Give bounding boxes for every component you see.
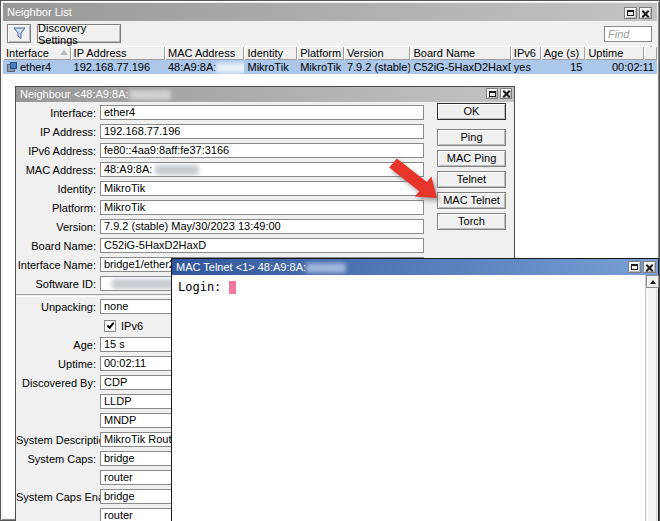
close-icon [642,10,649,17]
column-header-platform[interactable]: Platform [297,46,344,60]
filter-icon [13,27,26,40]
column-header-version[interactable]: Version [344,46,411,60]
annotation-arrow-icon [383,156,441,202]
cell-board-name: C52iG-5HaxD2HaxD [410,60,510,74]
dialog-title: Neighbour <48:A9:8A: [20,88,129,100]
redacted-title-mac [129,90,171,100]
sort-icon [60,50,68,55]
login-prompt: Login: [178,280,221,294]
mac-telnet-button[interactable]: MAC Telnet [437,192,506,209]
version-field[interactable]: 7.9.2 (stable) May/30/2023 13:49:00 [100,219,424,234]
platform-field[interactable]: MikroTik [100,200,424,215]
maximize-icon [631,264,638,270]
board-name-field[interactable]: C52iG-5HaxD2HaxD [100,238,424,253]
ok-button[interactable]: OK [437,103,506,120]
window-title: Neighbor List [7,6,72,18]
maximize-button[interactable] [624,7,637,19]
redacted-mac [155,165,199,175]
dialog-maximize-button[interactable] [486,88,498,99]
arrow-up-icon [650,280,656,284]
filter-button[interactable] [7,24,31,43]
cell-ipv6: yes [511,60,541,74]
telnet-close-button[interactable] [643,261,656,273]
cell-ip-address: 192.168.77.196 [71,60,165,74]
ip-address-field[interactable]: 192.168.77.196 [100,124,424,139]
table-header: Interface IP Address MAC Address Identit… [3,46,657,60]
vertical-scrollbar[interactable] [645,275,658,521]
cell-version: 7.9.2 (stable) ... [344,60,411,74]
mac-ping-button[interactable]: MAC Ping [437,150,506,167]
close-icon [503,90,510,97]
cell-mac-address: 48:A9:8A: [165,60,245,74]
terminal-cursor [229,281,236,294]
screen: { "colors": { "selection_blue": "#abc7ea… [0,0,660,521]
interface-field[interactable]: ether4 [100,105,424,120]
maximize-icon [489,91,496,97]
column-dropdown-button[interactable] [644,46,657,60]
neighbour-dialog-titlebar[interactable]: Neighbour <48:A9:8A: [16,87,514,102]
telnet-button[interactable]: Telnet [437,171,506,188]
scrollbar-track[interactable] [647,289,657,521]
maximize-icon [627,10,634,16]
neighbor-list-titlebar[interactable]: Neighbor List [3,3,657,21]
mac-telnet-window: MAC Telnet <1> 48:A9:8A: Login: [171,258,659,521]
ipv6-checkbox[interactable] [104,320,116,332]
checkmark-icon [107,321,115,329]
close-button[interactable] [639,7,652,19]
interface-icon [7,62,17,72]
redacted-mac [306,263,346,273]
discovery-settings-button[interactable]: Discovery Settings [37,24,121,43]
column-header-ip-address[interactable]: IP Address [71,46,165,60]
toolbar: Discovery Settings [3,21,657,46]
column-header-board-name[interactable]: Board Name [410,46,510,60]
identity-field[interactable]: MikroTik [100,181,424,196]
column-header-identity[interactable]: Identity [244,46,297,60]
mac-telnet-title: MAC Telnet <1> 48:A9:8A: [176,261,306,273]
table-row[interactable]: ether4 192.168.77.196 48:A9:8A: MikroTik… [3,60,657,74]
cell-uptime: 00:02:11 [585,60,657,74]
column-header-interface[interactable]: Interface [3,46,71,60]
cell-age: 15 [541,60,586,74]
scroll-up-button[interactable] [646,275,659,288]
telnet-maximize-button[interactable] [628,261,641,273]
terminal-output[interactable]: Login: [172,275,645,521]
column-header-uptime[interactable]: Uptime [585,46,644,60]
column-header-ipv6[interactable]: IPv6 [511,46,541,60]
ipv6-address-field[interactable]: fe80::4aa9:8aff:fe37:3166 [100,143,424,158]
torch-button[interactable]: Torch [437,213,506,230]
field-board-name: Board Name:C52iG-5HaxD2HaxD [16,236,514,255]
ping-button[interactable]: Ping [437,129,506,146]
dialog-close-button[interactable] [500,88,512,99]
cell-identity: MikroTik [244,60,297,74]
mac-address-field[interactable]: 48:A9:8A: [100,162,424,177]
close-icon [646,264,653,271]
cell-platform: MikroTik [297,60,344,74]
cell-interface: ether4 [3,60,71,74]
column-header-mac-address[interactable]: MAC Address [165,46,245,60]
find-input[interactable] [604,26,652,42]
column-header-age[interactable]: Age (s) [541,46,586,60]
mac-telnet-titlebar[interactable]: MAC Telnet <1> 48:A9:8A: [172,259,658,275]
redacted-mac [216,63,244,73]
chevron-down-icon [647,46,655,59]
